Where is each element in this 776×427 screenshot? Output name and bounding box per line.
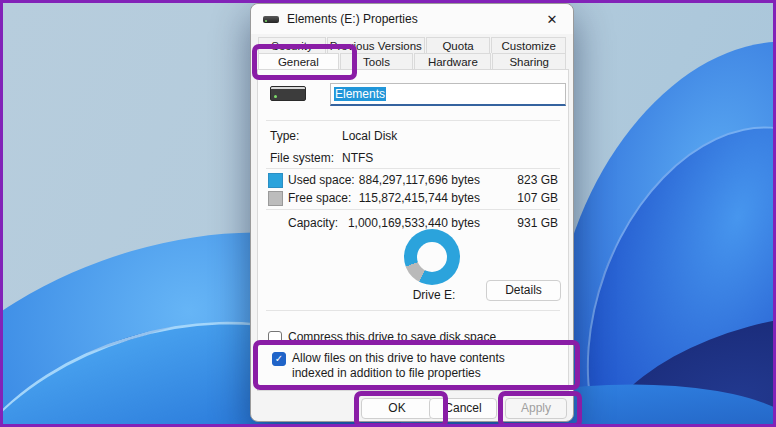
properties-dialog: Elements (E:) Properties ✕ Security Prev… (250, 3, 574, 422)
disk-usage-donut-chart (404, 229, 460, 285)
used-space-swatch (268, 173, 283, 188)
compress-checkbox[interactable] (268, 331, 282, 345)
details-button[interactable]: Details (486, 280, 561, 301)
tab-security[interactable]: Security (258, 37, 326, 53)
capacity-size: 931 GB (503, 216, 558, 230)
drive-icon (270, 86, 306, 101)
tab-customize[interactable]: Customize (491, 37, 566, 53)
divider (266, 168, 560, 169)
compress-checkbox-label: Compress this drive to save disk space (288, 330, 560, 345)
drive-icon (263, 16, 279, 23)
type-value: Local Disk (342, 129, 397, 143)
close-icon[interactable]: ✕ (543, 12, 561, 27)
free-space-size: 107 GB (503, 191, 558, 205)
tab-row-top: Security Previous Versions Quota Customi… (258, 37, 566, 53)
filesystem-value: NTFS (342, 151, 373, 165)
tab-general[interactable]: General (258, 53, 339, 70)
filesystem-label: File system: (270, 151, 334, 165)
drive-name-label: Drive E: (382, 288, 486, 302)
divider (266, 310, 560, 311)
volume-label-input[interactable]: Elements (330, 83, 566, 106)
used-space-bytes: 884,297,117,696 bytes (330, 173, 480, 187)
tab-sharing[interactable]: Sharing (492, 53, 566, 70)
ok-button[interactable]: OK (361, 398, 433, 419)
general-tab-page: Elements Type: Local Disk File system: N… (257, 69, 569, 391)
title-bar: Elements (E:) Properties ✕ (251, 4, 573, 34)
desktop: Elements (E:) Properties ✕ Security Prev… (0, 0, 776, 427)
tab-tools[interactable]: Tools (340, 53, 414, 70)
divider (266, 120, 560, 121)
used-space-size: 823 GB (503, 173, 558, 187)
index-checkbox[interactable]: ✓ (272, 352, 286, 366)
tab-hardware[interactable]: Hardware (414, 53, 491, 70)
apply-button[interactable]: Apply (505, 398, 567, 419)
compress-checkbox-row[interactable]: Compress this drive to save disk space (268, 330, 560, 345)
type-label: Type: (270, 129, 299, 143)
tab-previous-versions[interactable]: Previous Versions (327, 37, 425, 53)
free-space-swatch (268, 191, 283, 206)
window-title: Elements (E:) Properties (287, 12, 418, 26)
cancel-button[interactable]: Cancel (429, 398, 497, 419)
divider (266, 209, 560, 210)
free-space-bytes: 115,872,415,744 bytes (330, 191, 480, 205)
index-checkbox-label: Allow files on this drive to have conten… (292, 351, 534, 381)
capacity-bytes: 1,000,169,533,440 bytes (330, 216, 480, 230)
selected-text: Elements (334, 87, 386, 101)
tab-row-bottom: General Tools Hardware Sharing (258, 53, 566, 70)
index-checkbox-row[interactable]: ✓ Allow files on this drive to have cont… (272, 351, 534, 381)
tab-quota[interactable]: Quota (426, 37, 491, 53)
